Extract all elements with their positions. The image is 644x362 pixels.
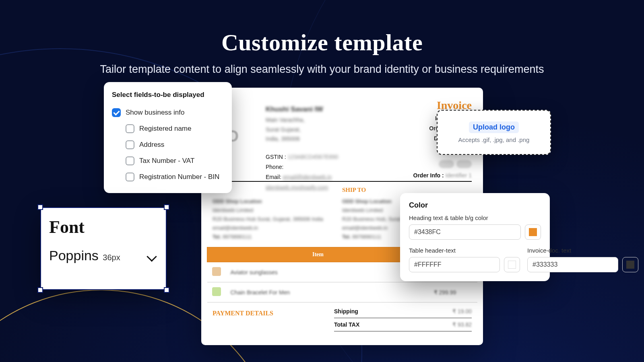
heading-color-swatch[interactable] xyxy=(525,224,541,240)
font-panel-title: Font xyxy=(49,217,158,237)
order-info: Order Info : Identifier 1 xyxy=(413,172,472,179)
font-family-value: Poppins xyxy=(49,248,99,263)
company-block: Khushi Savani IWMain Varachha,Surat Guja… xyxy=(266,104,370,144)
doc-text-color-swatch[interactable] xyxy=(622,257,638,272)
page-subtitle: Tailor template content to align seamles… xyxy=(0,63,644,76)
ship-to-heading: SHIP TO xyxy=(342,187,366,193)
payment-details-heading: PAYMENT DETAILS xyxy=(213,310,273,317)
heading-color-input[interactable] xyxy=(409,224,521,240)
doc-text-color-input[interactable] xyxy=(527,257,618,272)
table-row: Chain Bracelet For Men₹ 299.99 xyxy=(207,282,477,302)
doc-text-color-label: Invoice-doc. text xyxy=(527,247,638,254)
fields-popover: Select fields-to-be displayed Show busin… xyxy=(104,82,232,193)
color-panel-title: Color xyxy=(409,201,541,210)
field-option[interactable]: Registration Number - BIN xyxy=(112,169,224,185)
header-text-color-swatch[interactable] xyxy=(504,257,520,272)
chevron-down-icon xyxy=(147,251,157,261)
field-option[interactable]: Show business info xyxy=(112,105,224,121)
hero: Customize template Tailor template conte… xyxy=(0,29,644,76)
bill-address: ODD Shop LocationIdentiweb LimitedR20 Bu… xyxy=(213,197,325,241)
upload-hint: Accepts .gif, .jpg, and .png xyxy=(458,136,530,143)
color-panel: Color Heading text & table b/g color Tab… xyxy=(400,193,550,281)
totals: Shipping₹ 19.00 Total TAX₹ 93.82 xyxy=(334,305,472,331)
fields-popover-title: Select fields-to-be displayed xyxy=(112,91,224,99)
header-text-color-label: Table header-text xyxy=(409,247,520,254)
upload-logo-link[interactable]: Upload logo xyxy=(469,121,519,133)
checkbox-icon[interactable] xyxy=(126,173,134,181)
font-panel[interactable]: Font Poppins 36px xyxy=(41,208,166,289)
heading-color-label: Heading text & table b/g color xyxy=(409,214,541,221)
checkbox-icon[interactable] xyxy=(112,108,121,117)
checkbox-icon[interactable] xyxy=(126,140,134,149)
invoice-tags xyxy=(439,160,472,168)
field-option[interactable]: Tax Number - VAT xyxy=(112,153,224,169)
field-option[interactable]: Address xyxy=(112,137,224,153)
font-select[interactable]: Poppins 36px xyxy=(49,248,158,263)
font-size-value: 36px xyxy=(103,253,120,262)
contact-labels: GSTIN : 123ABCD4567E890 Phone: Email: em… xyxy=(266,152,339,193)
page-title: Customize template xyxy=(0,29,644,56)
checkbox-icon[interactable] xyxy=(126,156,134,165)
upload-logo-dropzone[interactable]: Upload logo Accepts .gif, .jpg, and .png xyxy=(437,110,551,155)
header-text-color-input[interactable] xyxy=(409,257,500,272)
checkbox-icon[interactable] xyxy=(126,124,134,133)
field-option[interactable]: Registered name xyxy=(112,121,224,137)
